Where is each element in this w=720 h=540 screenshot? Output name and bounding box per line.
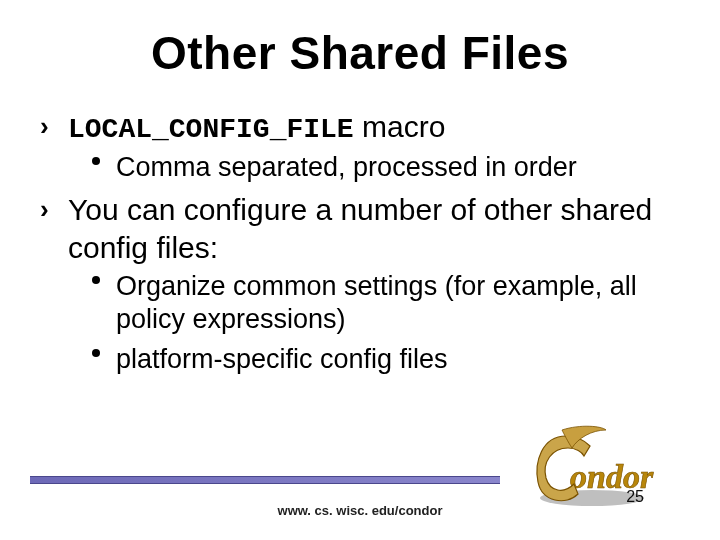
condor-logo: ondor xyxy=(532,420,702,520)
bullet-text: platform-specific config files xyxy=(116,344,448,374)
footer-divider xyxy=(30,476,500,484)
slide: Other Shared Files › LOCAL_CONFIG_FILE m… xyxy=(0,0,720,540)
chevron-right-icon: › xyxy=(40,110,49,143)
logo-text: ondor xyxy=(570,458,654,495)
bullet-text: macro xyxy=(354,110,446,143)
dot-icon xyxy=(92,157,100,165)
bullet-level2: Comma separated, processed in order xyxy=(92,151,680,183)
bullet-text: Organize common settings (for example, a… xyxy=(116,271,637,333)
slide-body: › LOCAL_CONFIG_FILE macro Comma separate… xyxy=(40,108,680,384)
code-text: LOCAL_CONFIG_FILE xyxy=(68,114,354,145)
dot-icon xyxy=(92,349,100,357)
dot-icon xyxy=(92,276,100,284)
bullet-level1: › You can configure a number of other sh… xyxy=(40,191,680,266)
slide-title: Other Shared Files xyxy=(0,26,720,80)
bullet-level1: › LOCAL_CONFIG_FILE macro xyxy=(40,108,680,147)
chevron-right-icon: › xyxy=(40,193,49,226)
bullet-text: Comma separated, processed in order xyxy=(116,152,577,182)
bullet-level2: Organize common settings (for example, a… xyxy=(92,270,680,335)
bullet-text: You can configure a number of other shar… xyxy=(68,193,652,264)
bullet-level2: platform-specific config files xyxy=(92,343,680,375)
